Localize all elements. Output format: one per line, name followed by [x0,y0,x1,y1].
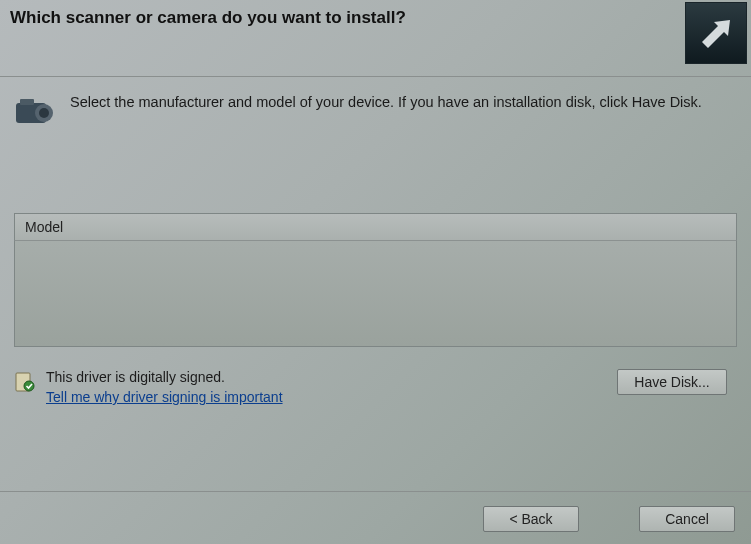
wizard-page: Which scanner or camera do you want to i… [0,0,751,544]
wizard-body: Select the manufacturer and model of you… [0,77,751,405]
signing-row: This driver is digitally signed. Tell me… [14,369,737,405]
model-section: Model [14,213,737,347]
wizard-glyph-box [685,2,747,64]
model-column-header: Model [14,213,737,241]
wizard-header: Which scanner or camera do you want to i… [0,0,751,77]
camera-icon [14,95,58,129]
instruction-row: Select the manufacturer and model of you… [14,93,737,129]
cancel-button[interactable]: Cancel [639,506,735,532]
instruction-text: Select the manufacturer and model of you… [70,93,702,113]
page-title: Which scanner or camera do you want to i… [10,8,406,28]
wizard-footer: < Back Cancel [0,491,751,544]
arrow-icon [696,12,736,55]
have-disk-button[interactable]: Have Disk... [617,369,727,395]
signing-status: This driver is digitally signed. [46,369,283,385]
svg-rect-3 [20,99,34,105]
model-list[interactable] [14,241,737,347]
back-button[interactable]: < Back [483,506,579,532]
signing-left: This driver is digitally signed. Tell me… [14,369,283,405]
signing-text-block: This driver is digitally signed. Tell me… [46,369,283,405]
certificate-icon [14,371,36,393]
signing-info-link[interactable]: Tell me why driver signing is important [46,389,283,405]
svg-point-2 [39,108,49,118]
svg-point-5 [24,381,34,391]
